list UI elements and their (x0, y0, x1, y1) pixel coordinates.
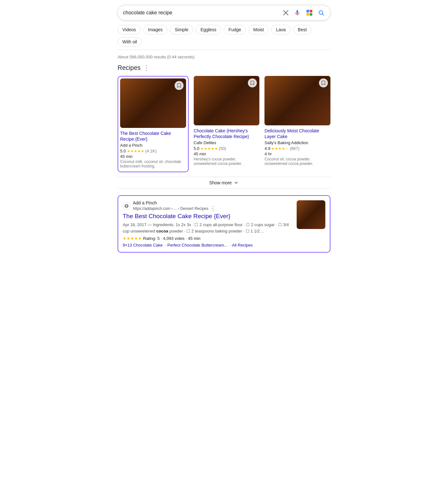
recipe-ingredients: Hershey's cocoa powder, unsweetened coco… (194, 157, 260, 166)
recipe-title: Deliciously Moist Chocolate Layer Cake (264, 128, 330, 139)
result-rating-text: Rating: 5 · 4,093 votes · 45 min (143, 236, 200, 241)
stars-icon: ★★★★☆ (271, 146, 289, 151)
result-link-1[interactable]: 9×13 Chocolate Cake (123, 243, 163, 247)
recipe-source: Add a Pinch (120, 143, 186, 148)
result-snippet: Apr 18, 2017 — Ingredients. 1x 2x 3x · ☐… (123, 222, 293, 234)
result-site-url: https://addapinch.com › ... › Dessert Re… (133, 206, 208, 211)
chip-eggless[interactable]: Eggless (196, 25, 221, 34)
result-thumbnail[interactable] (297, 200, 325, 229)
recipe-rating: 5.0 ★★★★★ (4.1K) (120, 149, 186, 153)
result-title[interactable]: The Best Chocolate Cake Recipe {Ever} (123, 213, 293, 220)
result-link-2[interactable]: Perfect Chocolate Buttercream... (167, 243, 228, 247)
recipe-time: 45 min (120, 154, 186, 159)
recipe-image-wrapper (194, 76, 260, 125)
result-site-info: Add a Pinch https://addapinch.com › ... … (123, 200, 293, 247)
recipe-title: Chocolate Cake (Hershey's Perfectly Choc… (194, 128, 260, 139)
recipe-time: 45 min (194, 151, 260, 156)
chip-fudge[interactable]: Fudge (224, 25, 246, 34)
recipe-card-2[interactable]: Chocolate Cake (Hershey's Perfectly Choc… (194, 76, 260, 172)
recipe-ingredients: Coconut milk, coconut oil, chocolate but… (120, 159, 186, 168)
result-stars: ★★★★★ (123, 236, 142, 241)
chip-images[interactable]: Images (143, 25, 168, 34)
voice-search-button[interactable] (293, 9, 301, 17)
result-site-name-group: Add a Pinch https://addapinch.com › ... … (133, 200, 215, 211)
chip-simple[interactable]: Simple (170, 25, 193, 34)
recipe-title: The Best Chocolate Cake Recipe {Ever} (120, 130, 186, 142)
result-rating-row: ★★★★★ Rating: 5 · 4,093 votes · 45 min (123, 236, 293, 241)
chip-best[interactable]: Best (293, 25, 312, 34)
show-more-label: Show more (209, 180, 232, 185)
recipe-card-1[interactable]: The Best Chocolate Cake Recipe {Ever} Ad… (118, 76, 189, 172)
search-result-card: Add a Pinch https://addapinch.com › ... … (118, 195, 330, 253)
recipe-time: 4 hr (264, 151, 330, 156)
recipe-card-3[interactable]: Deliciously Moist Chocolate Layer Cake S… (264, 76, 330, 172)
result-site-name: Add a Pinch (133, 200, 215, 205)
image-search-button[interactable] (305, 9, 314, 17)
result-links: 9×13 Chocolate Cake · Perfect Chocolate … (123, 243, 293, 247)
search-input[interactable] (123, 10, 282, 16)
svg-point-10 (127, 205, 128, 206)
stars-icon: ★★★★★ (127, 149, 144, 153)
more-options-icon[interactable]: ⋮ (143, 64, 150, 71)
recipe-cards: The Best Chocolate Cake Recipe {Ever} Ad… (118, 76, 330, 172)
bookmark-button[interactable] (319, 78, 328, 87)
result-more-options[interactable]: ⋮ (210, 205, 215, 211)
show-more-wrapper: Show more (118, 177, 330, 189)
chip-moist[interactable]: Moist (249, 25, 269, 34)
recipe-image-wrapper (120, 78, 186, 128)
search-icons (282, 9, 325, 17)
review-count: (867) (290, 146, 299, 151)
bookmark-button[interactable] (175, 81, 184, 90)
recipe-source: Sally's Baking Addiction (264, 140, 330, 145)
svg-rect-2 (307, 10, 309, 12)
result-link-3[interactable]: All Recipes (232, 243, 253, 247)
show-more-button[interactable]: Show more (209, 180, 239, 185)
chip-lava[interactable]: Lava (271, 25, 290, 34)
search-button[interactable] (317, 9, 325, 17)
recipe-image-wrapper (264, 76, 330, 125)
site-favicon (123, 202, 130, 210)
filter-chips: VideosImagesSimpleEgglessFudgeMoistLavaB… (118, 25, 330, 50)
recipes-section-header: Recipes ⋮ (118, 64, 330, 71)
chip-with-oil[interactable]: With oil (118, 37, 142, 47)
svg-rect-3 (310, 10, 312, 12)
result-domain-row: Add a Pinch https://addapinch.com › ... … (123, 200, 293, 211)
recipe-rating: 4.9 ★★★★☆ (867) (264, 146, 330, 151)
svg-rect-5 (310, 13, 312, 16)
recipes-section-title: Recipes (118, 64, 141, 71)
svg-point-9 (126, 205, 126, 206)
results-count: About 586,000,000 results (0.44 seconds) (118, 55, 330, 59)
recipe-source: Cafe Delites (194, 140, 260, 145)
svg-line-7 (322, 14, 324, 15)
clear-button[interactable] (282, 9, 289, 16)
recipe-rating: 5.0 ★★★★★ (50) (194, 146, 260, 151)
svg-rect-4 (307, 13, 309, 16)
search-bar (118, 5, 330, 20)
stars-icon: ★★★★★ (200, 146, 218, 151)
review-count: (50) (219, 146, 226, 151)
chip-videos[interactable]: Videos (118, 25, 141, 34)
recipe-ingredients: Coconut oil, cocoa powder, unsweetened c… (264, 157, 330, 166)
review-count: (4.1K) (145, 149, 156, 153)
